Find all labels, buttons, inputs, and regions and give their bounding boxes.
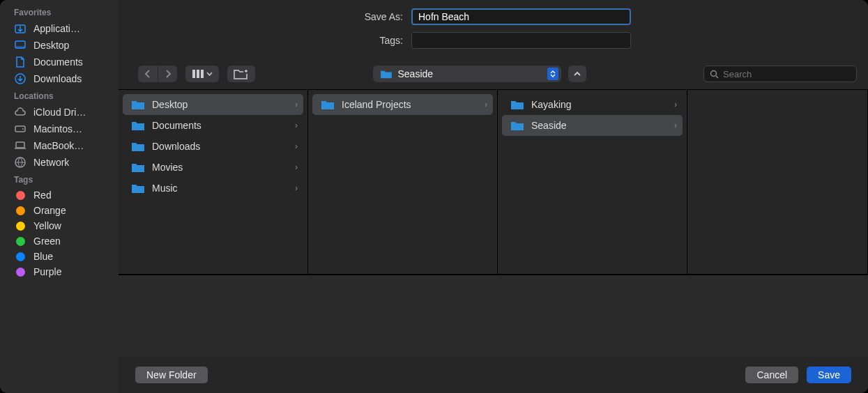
sidebar-item-label: Desktop bbox=[33, 40, 69, 51]
browser-column: Kayaking›Seaside› bbox=[498, 90, 687, 274]
save-dialog: Favorites Applicati… Desktop Documents D… bbox=[0, 0, 868, 393]
search-input[interactable] bbox=[723, 69, 851, 79]
view-mode-button[interactable] bbox=[185, 66, 219, 82]
sidebar-item-label: Downloads bbox=[33, 73, 82, 84]
folder-item[interactable]: Documents› bbox=[123, 115, 303, 136]
sidebar-tag-red[interactable]: Red bbox=[0, 187, 119, 203]
columns-icon bbox=[192, 70, 204, 78]
sidebar-section-tags: Tags bbox=[0, 171, 119, 187]
laptop-icon bbox=[14, 139, 26, 152]
sidebar-item-macbook[interactable]: MacBook… bbox=[0, 137, 119, 154]
search-icon bbox=[710, 70, 719, 79]
folder-icon bbox=[380, 69, 393, 79]
sidebar-item-label: iCloud Dri… bbox=[33, 107, 86, 118]
sidebar-tag-orange[interactable]: Orange bbox=[0, 203, 119, 218]
sidebar-item-downloads[interactable]: Downloads bbox=[0, 70, 119, 87]
chevron-down-icon bbox=[206, 72, 213, 76]
tag-dot-icon bbox=[16, 222, 25, 231]
sidebar-item-label: MacBook… bbox=[33, 140, 84, 151]
sidebar-tag-yellow[interactable]: Yellow bbox=[0, 218, 119, 233]
tag-dot-icon bbox=[16, 191, 25, 200]
folder-plus-icon bbox=[234, 68, 249, 79]
location-dropdown[interactable]: Seaside bbox=[373, 66, 561, 82]
svg-rect-6 bbox=[16, 142, 24, 148]
folder-icon bbox=[131, 120, 145, 131]
folder-item[interactable]: Seaside› bbox=[502, 115, 683, 136]
tag-dot-icon bbox=[16, 237, 25, 246]
sidebar-item-applications[interactable]: Applicati… bbox=[0, 20, 119, 37]
folder-icon bbox=[131, 141, 145, 152]
main-panel: Save As: Tags: bbox=[119, 0, 868, 393]
tag-dot-icon bbox=[16, 206, 25, 215]
folder-icon bbox=[510, 99, 524, 110]
sidebar-item-label: Documents bbox=[33, 56, 83, 68]
tag-dot-icon bbox=[16, 252, 25, 261]
chevron-up-icon bbox=[574, 71, 581, 77]
updown-arrows-icon bbox=[547, 68, 558, 80]
new-folder-toolbar-button[interactable] bbox=[227, 66, 255, 82]
sidebar-item-label: Network bbox=[33, 157, 69, 168]
save-as-label: Save As: bbox=[119, 11, 411, 22]
bottom-bar: New Folder Cancel Save bbox=[119, 357, 868, 393]
new-folder-button[interactable]: New Folder bbox=[135, 367, 208, 383]
svg-rect-2 bbox=[15, 46, 25, 48]
folder-label: Desktop bbox=[152, 99, 295, 110]
chevron-right-icon: › bbox=[295, 121, 298, 130]
folder-item[interactable]: Iceland Projects› bbox=[312, 94, 493, 115]
chevron-right-icon: › bbox=[485, 100, 487, 109]
folder-label: Music bbox=[152, 183, 295, 194]
tag-dot-icon bbox=[16, 268, 25, 277]
folder-item[interactable]: Desktop› bbox=[123, 94, 303, 115]
chevron-right-icon: › bbox=[674, 100, 677, 109]
cancel-button[interactable]: Cancel bbox=[745, 367, 798, 383]
toolbar: Seaside bbox=[119, 66, 868, 89]
folder-icon bbox=[131, 183, 145, 194]
collapse-button[interactable] bbox=[568, 66, 586, 82]
forward-button[interactable] bbox=[158, 66, 177, 82]
sidebar-section-locations: Locations bbox=[0, 87, 119, 104]
chevron-right-icon: › bbox=[295, 162, 298, 172]
browser-column bbox=[687, 90, 868, 274]
folder-label: Kayaking bbox=[531, 99, 674, 110]
chevron-right-icon: › bbox=[295, 183, 298, 193]
sidebar-tag-blue[interactable]: Blue bbox=[0, 249, 119, 264]
folder-label: Iceland Projects bbox=[342, 99, 485, 110]
sidebar-tag-purple[interactable]: Purple bbox=[0, 264, 119, 279]
sidebar-item-desktop[interactable]: Desktop bbox=[0, 37, 119, 54]
folder-item[interactable]: Kayaking› bbox=[502, 94, 683, 115]
sidebar-section-favorites: Favorites bbox=[0, 3, 119, 20]
sidebar-tag-green[interactable]: Green bbox=[0, 233, 119, 249]
folder-label: Seaside bbox=[531, 120, 674, 131]
save-button[interactable]: Save bbox=[807, 367, 851, 383]
tags-label: Tags: bbox=[119, 35, 411, 46]
tags-input[interactable] bbox=[411, 32, 631, 49]
folder-icon bbox=[131, 99, 145, 110]
desktop-icon bbox=[14, 39, 26, 52]
svg-point-12 bbox=[711, 70, 717, 76]
back-button[interactable] bbox=[138, 66, 158, 82]
save-as-input[interactable] bbox=[411, 8, 631, 25]
document-icon bbox=[14, 56, 26, 68]
sidebar-item-network[interactable]: Network bbox=[0, 154, 119, 171]
folder-item[interactable]: Music› bbox=[123, 178, 303, 199]
folder-item[interactable]: Downloads› bbox=[123, 136, 303, 157]
folder-label: Downloads bbox=[152, 141, 295, 152]
sidebar-item-label: Macintos… bbox=[33, 123, 82, 134]
sidebar-item-documents[interactable]: Documents bbox=[0, 54, 119, 70]
folder-icon bbox=[510, 120, 524, 131]
folder-label: Documents bbox=[152, 120, 295, 131]
chevron-right-icon: › bbox=[295, 141, 298, 151]
folder-icon bbox=[321, 99, 335, 110]
chevron-right-icon: › bbox=[674, 121, 677, 130]
sidebar-item-icloud[interactable]: iCloud Dri… bbox=[0, 104, 119, 121]
svg-rect-9 bbox=[197, 70, 199, 78]
location-text: Seaside bbox=[398, 68, 547, 79]
svg-point-5 bbox=[22, 128, 24, 130]
sidebar-item-macintosh[interactable]: Macintos… bbox=[0, 121, 119, 137]
save-form: Save As: Tags: bbox=[119, 0, 868, 66]
folder-item[interactable]: Movies› bbox=[123, 157, 303, 178]
folder-label: Movies bbox=[152, 162, 295, 173]
download-icon bbox=[14, 72, 26, 85]
search-box[interactable] bbox=[703, 66, 857, 82]
chevron-right-icon: › bbox=[295, 100, 298, 109]
